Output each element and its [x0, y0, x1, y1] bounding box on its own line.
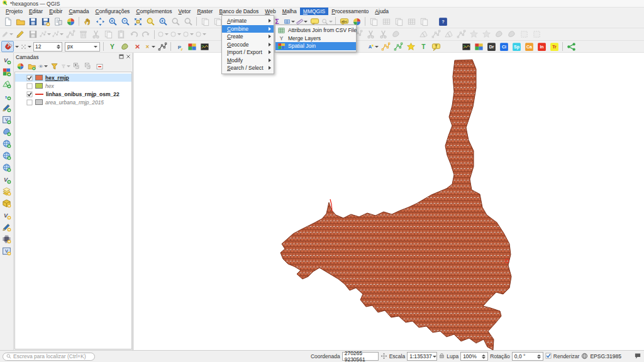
zoom-next-icon[interactable] — [182, 16, 194, 27]
stats-tool-icon-6[interactable] — [480, 29, 492, 40]
menu-camada[interactable]: Camada — [65, 8, 92, 15]
float-panel-icon[interactable] — [119, 54, 124, 60]
remove-layer-icon[interactable] — [94, 62, 105, 71]
expand-all-icon[interactable] — [72, 62, 82, 71]
mmqgis-menu-item-modify[interactable]: Modify — [222, 57, 274, 65]
geometry-checker-icon[interactable] — [118, 41, 131, 52]
menu-raster[interactable]: Raster — [194, 8, 216, 15]
digitize-line-icon[interactable] — [52, 29, 64, 40]
copy-features-icon[interactable] — [102, 29, 114, 40]
inactive-tool-icon-2[interactable] — [380, 16, 392, 27]
mmqgis-menu-item-animate[interactable]: Animate — [222, 17, 274, 25]
new-shapefile-layer-icon[interactable] — [1, 185, 13, 197]
stats-tool-icon-5[interactable] — [467, 29, 480, 40]
add-wms-layer-icon[interactable] — [1, 138, 13, 149]
undo-icon[interactable] — [127, 29, 140, 40]
label-properties-icon[interactable]: T — [430, 41, 442, 52]
menu-exibir[interactable]: Exibir — [46, 8, 65, 15]
stats-tool-icon-7[interactable] — [492, 29, 505, 40]
save-layer-edits-icon[interactable] — [26, 29, 39, 40]
layer-item-hex[interactable]: hex — [15, 82, 131, 90]
pan-to-selection-icon[interactable] — [94, 16, 106, 27]
save-project-as-icon[interactable] — [39, 16, 52, 27]
magnifier-spinner[interactable]: 100% — [460, 352, 488, 361]
layer-item-hex_rmjp[interactable]: hex_rmjp — [15, 74, 131, 82]
stats-tool-icon-10[interactable] — [530, 29, 543, 40]
remove-feature-icon[interactable]: ✕ — [131, 41, 143, 52]
add-group-icon[interactable] — [26, 62, 37, 71]
plugin-tr-icon[interactable]: Tr — [548, 41, 560, 52]
digitize-circle-icon[interactable] — [182, 29, 194, 40]
close-panel-icon[interactable] — [126, 54, 131, 60]
select-tool-icon-6[interactable] — [364, 29, 377, 40]
menu-complementos[interactable]: Complementos — [133, 8, 175, 15]
quickmap-plugin-icon-2[interactable] — [472, 41, 485, 52]
plugin-sp-icon[interactable]: Sp — [510, 41, 523, 52]
snapping-options-caret[interactable] — [14, 41, 19, 52]
digitize-ellipse-icon[interactable] — [194, 29, 207, 40]
digitize-curve-icon[interactable] — [169, 29, 182, 40]
digitize-point-icon[interactable] — [39, 29, 52, 40]
snap-unit-combo[interactable]: px — [65, 42, 100, 52]
manage-map-themes-icon[interactable] — [38, 62, 48, 71]
stats-tool-icon-1[interactable] — [417, 29, 430, 40]
plugin-dr-icon[interactable]: Dr — [485, 41, 497, 52]
mmqgis-menu-item-geocode[interactable]: Geocode — [222, 41, 274, 49]
style-manager-icon[interactable] — [64, 16, 77, 27]
new-memory-layer-icon[interactable] — [1, 233, 13, 244]
menu-mmqgis[interactable]: MMQGIS — [300, 8, 328, 15]
add-postgis-layer-icon[interactable]: V — [1, 114, 13, 125]
menu-configura-es[interactable]: Configurações — [92, 8, 133, 15]
zoom-to-layer-icon[interactable] — [157, 16, 169, 27]
add-wfs-layer-icon[interactable] — [1, 162, 13, 173]
rotation-spinner[interactable]: 0,0 ° — [512, 352, 543, 361]
layer-visibility-checkbox[interactable] — [26, 83, 33, 89]
quickmap-plugin-icon-1[interactable] — [460, 41, 472, 52]
messages-balloon-icon[interactable] — [634, 353, 641, 361]
submenu-item-spatial-join[interactable]: Spatial Join — [275, 42, 356, 50]
pin-labels-icon[interactable] — [379, 41, 392, 52]
highlight-labels-icon[interactable] — [404, 41, 417, 52]
locator-search-input[interactable]: Escreva para localizar (Ctrl+K) — [3, 353, 95, 361]
layout-manager-icon[interactable] — [52, 16, 64, 27]
stats-tool-icon-3[interactable] — [442, 29, 455, 40]
mmqgis-menu-item-combine[interactable]: Combine — [222, 25, 274, 33]
new-geopackage-layer-icon[interactable] — [1, 197, 13, 209]
save-project-icon[interactable] — [26, 16, 39, 27]
mmqgis-menu-item-search-select[interactable]: Search / Select — [222, 64, 274, 72]
delete-selected-icon[interactable] — [77, 29, 89, 40]
zoom-full-icon[interactable] — [131, 16, 144, 27]
new-virtual-layer-icon[interactable]: V — [1, 245, 13, 256]
georeferencer-icon[interactable] — [198, 41, 211, 52]
mmqgis-menu-item-create[interactable]: Create — [222, 33, 274, 41]
cut-features-icon[interactable] — [89, 29, 102, 40]
menu-malha[interactable]: Malha — [279, 8, 300, 15]
select-tool-icon-8[interactable] — [389, 29, 402, 40]
stats-tool-icon-2[interactable] — [430, 29, 442, 40]
zoom-out-icon[interactable] — [119, 16, 131, 27]
add-wcs-layer-icon[interactable] — [1, 150, 13, 161]
inactive-tool-icon-5[interactable] — [418, 16, 430, 27]
crs-value[interactable]: EPSG:31985 — [590, 353, 621, 359]
layer-labeling-icon[interactable]: A — [367, 41, 379, 52]
new-project-icon[interactable] — [1, 16, 14, 27]
open-project-icon[interactable] — [14, 16, 26, 27]
submenu-item-merge-layers[interactable]: YMerge Layers — [275, 35, 356, 43]
snapping-toggle-icon[interactable] — [1, 41, 14, 52]
menu-ajuda[interactable]: Ajuda — [372, 8, 392, 15]
submenu-item-attributes-join-from-csv-file[interactable]: Attributes Join from CSV File — [275, 26, 356, 35]
zoom-last-icon[interactable] — [169, 16, 182, 27]
python-console-icon[interactable]: Py — [173, 41, 186, 52]
help-icon[interactable]: ? — [436, 16, 449, 27]
stats-tool-icon-9[interactable] — [518, 29, 530, 40]
layer-visibility-checkbox[interactable] — [26, 91, 33, 97]
add-vector-layer-icon[interactable]: V — [1, 54, 13, 65]
layer-styling-icon[interactable] — [15, 62, 26, 71]
show-hide-labels-icon[interactable] — [392, 41, 404, 52]
pan-map-icon[interactable] — [81, 16, 94, 27]
menu-editar[interactable]: Editar — [26, 8, 46, 15]
move-label-icon[interactable]: T — [417, 41, 430, 52]
layer-item-linhas_onibus_rmjp_osm_22[interactable]: linhas_onibus_rmjp_osm_22 — [15, 90, 131, 98]
topological-editing-icon[interactable]: Y — [106, 41, 118, 52]
new-gpx-layer-icon[interactable] — [1, 221, 13, 233]
